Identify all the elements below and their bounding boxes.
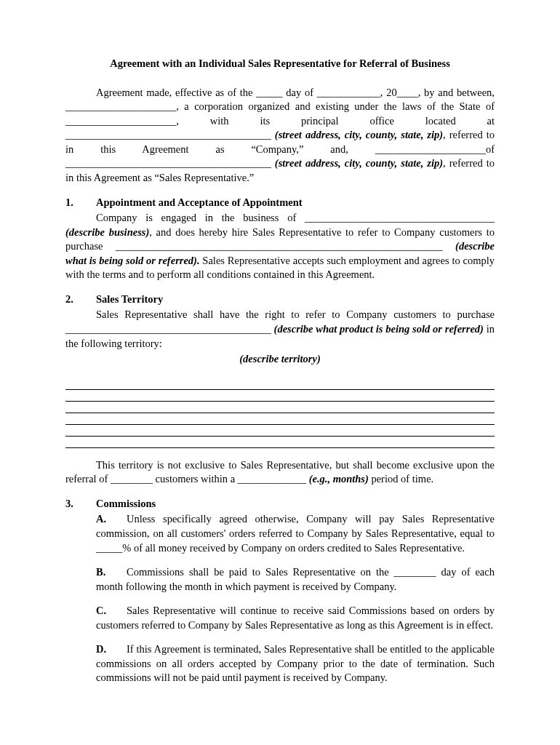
address-hint-1: (street address, city, county, state, zi…	[275, 129, 443, 140]
s2-hint-3: (e.g., months)	[309, 473, 369, 485]
section-3-a: A.Unless specifically agreed otherwise, …	[96, 512, 495, 555]
address-hint-2: (street address, city, county, state, zi…	[275, 157, 443, 169]
describe-territory-label: (describe territory)	[65, 352, 495, 367]
section-1-title: Appointment and Acceptance of Appointmen…	[96, 196, 303, 208]
section-2-body-1: Sales Representative shall have the righ…	[65, 308, 495, 351]
s3-a-text: Unless specifically agreed otherwise, Co…	[96, 513, 495, 553]
section-1-body: Company is engaged in the business of __…	[65, 211, 495, 282]
s2-text-3c: period of time.	[369, 473, 433, 485]
section-3-b: B.Commissions shall be paid to Sales Rep…	[96, 565, 495, 594]
section-3-c: C.Sales Representative will continue to …	[96, 604, 495, 632]
s3-c-text: Sales Representative will continue to re…	[96, 605, 495, 631]
blank-line	[65, 426, 495, 437]
section-2-title: Sales Territory	[96, 293, 163, 305]
s1-text-1: Company is engaged in the business of __…	[96, 212, 495, 223]
section-2-header: 2.Sales Territory	[65, 292, 495, 307]
s3-d-text: If this Agreement is terminated, Sales R…	[96, 643, 495, 683]
blank-line	[65, 415, 495, 425]
s3-a-label: A.	[96, 512, 127, 527]
preamble-paragraph: Agreement made, effective as of the ____…	[65, 86, 495, 186]
s3-c-label: C.	[96, 604, 127, 618]
document-title: Agreement with an Individual Sales Repre…	[65, 57, 495, 71]
s2-hint-1: (describe what product is being sold or …	[274, 323, 484, 335]
blank-line	[65, 438, 495, 448]
section-2-number: 2.	[65, 292, 96, 307]
s3-b-text: Commissions shall be paid to Sales Repre…	[96, 566, 495, 592]
section-2-body-2: This territory is not exclusive to Sales…	[65, 458, 495, 487]
s3-d-label: D.	[96, 642, 127, 657]
section-3-title: Commissions	[96, 498, 156, 509]
s3-b-label: B.	[96, 565, 127, 580]
blank-line	[65, 391, 495, 402]
section-3-number: 3.	[65, 497, 96, 511]
blank-line	[65, 380, 495, 390]
blank-line	[65, 403, 495, 413]
section-3-header: 3.Commissions	[65, 497, 495, 511]
s1-hint-1: (describe business)	[65, 226, 149, 238]
section-1-number: 1.	[65, 196, 96, 210]
section-1-header: 1.Appointment and Acceptance of Appointm…	[65, 196, 495, 210]
section-3-d: D.If this Agreement is terminated, Sales…	[96, 642, 495, 685]
territory-blank-lines	[65, 380, 495, 448]
